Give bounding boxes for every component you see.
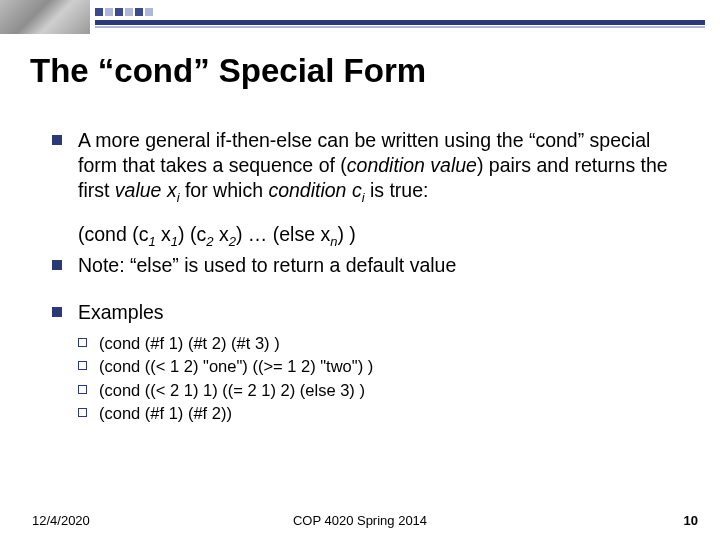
hollow-square-bullet-icon xyxy=(78,408,87,417)
header-squares xyxy=(95,8,153,16)
subscript: 1 xyxy=(171,234,178,249)
text-italic: condition c xyxy=(268,179,361,201)
footer-course: COP 4020 Spring 2014 xyxy=(0,513,720,528)
text-italic: x xyxy=(320,223,330,245)
slide-header-decoration xyxy=(0,0,720,38)
text-italic: x xyxy=(161,223,171,245)
bullet-text: A more general if-then-else can be writt… xyxy=(78,128,672,206)
text-italic: c xyxy=(139,223,149,245)
list-item: (cond (#f 1) (#t 2) (#t 3) ) xyxy=(78,333,672,354)
list-item: (cond ((< 1 2) "one") ((>= 1 2) "two") ) xyxy=(78,356,672,377)
text: ) ( xyxy=(178,223,196,245)
hollow-square-bullet-icon xyxy=(78,385,87,394)
bullet-item: A more general if-then-else can be writt… xyxy=(52,128,672,206)
square-bullet-icon xyxy=(52,307,62,317)
bullet-text: Note: “else” is used to return a default… xyxy=(78,253,456,278)
text: is true: xyxy=(365,179,429,201)
slide-title: The “cond” Special Form xyxy=(30,52,426,90)
text-italic: c xyxy=(197,223,207,245)
square-bullet-icon xyxy=(52,135,62,145)
hollow-square-bullet-icon xyxy=(78,361,87,370)
text: ) ) xyxy=(337,223,355,245)
list-item: (cond ((< 2 1) 1) ((= 2 1) 2) (else 3) ) xyxy=(78,380,672,401)
bullet-item: Note: “else” is used to return a default… xyxy=(52,253,672,278)
text-italic: value x xyxy=(115,179,177,201)
bullet-item: Examples xyxy=(52,300,672,325)
text-italic: x xyxy=(219,223,229,245)
subscript: 1 xyxy=(148,234,155,249)
bullet-text: Examples xyxy=(78,300,164,325)
text: (cond ( xyxy=(78,223,139,245)
hollow-square-bullet-icon xyxy=(78,338,87,347)
subscript: 2 xyxy=(229,234,236,249)
header-bar-light xyxy=(95,26,705,28)
list-item: (cond (#f 1) (#f 2)) xyxy=(78,403,672,424)
header-bar-dark xyxy=(95,20,705,25)
examples-list: (cond (#f 1) (#t 2) (#t 3) ) (cond ((< 1… xyxy=(78,333,672,425)
example-text: (cond (#f 1) (#t 2) (#t 3) ) xyxy=(99,333,280,354)
slide-body: A more general if-then-else can be writt… xyxy=(52,128,672,427)
example-text: (cond ((< 1 2) "one") ((>= 1 2) "two") ) xyxy=(99,356,373,377)
square-bullet-icon xyxy=(52,260,62,270)
syntax-line: (cond (c1 x1) (c2 x2) … (else xn) ) xyxy=(78,222,672,251)
example-text: (cond (#f 1) (#f 2)) xyxy=(99,403,232,424)
text: ) … (else xyxy=(236,223,321,245)
text: for which xyxy=(180,179,269,201)
example-text: (cond ((< 2 1) 1) ((= 2 1) 2) (else 3) ) xyxy=(99,380,365,401)
header-photo xyxy=(0,0,90,34)
footer-page-number: 10 xyxy=(684,513,698,528)
text-italic: condition value xyxy=(347,154,477,176)
